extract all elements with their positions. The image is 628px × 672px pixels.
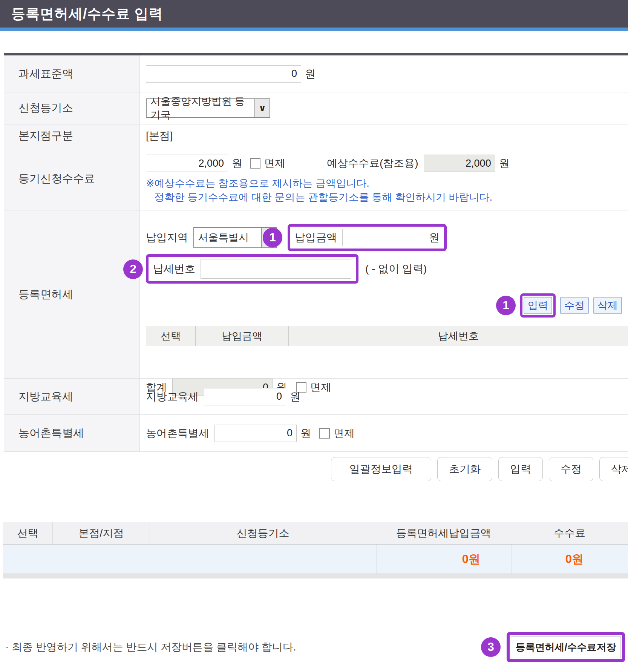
summary-col-branch: 본점/지점	[53, 522, 150, 544]
page-header: 등록면허세/수수료 입력	[0, 0, 628, 31]
step-badge-1: 1	[263, 228, 282, 247]
row-license-tax: 등록면허세 납입지역 서울특별시 ∨ 1 납입금액 원 2	[4, 210, 628, 379]
payment-region-label: 납입지역	[146, 230, 188, 245]
row-registry-office: 신청등기소 서울중앙지방법원 등기국 ∨	[4, 92, 628, 124]
summary-table: 선택 본점/지점 신청등기소 등록면허세납입금액 수수료 0원 0원	[3, 522, 628, 578]
farm-tax-input[interactable]: 0	[214, 425, 297, 442]
tax-number-highlight: 납세번호	[146, 254, 358, 284]
branch-type-label: 본지점구분	[4, 124, 140, 147]
input-button[interactable]: 입력	[498, 457, 543, 481]
save-button-highlight: 등록면허세/수수료저장	[507, 632, 625, 662]
license-tax-col-select: 선택	[146, 326, 196, 346]
tax-base-unit: 원	[305, 67, 316, 81]
registration-fee-unit: 원	[232, 156, 242, 170]
summary-cell-branch	[53, 545, 150, 574]
license-tax-input-button[interactable]: 입력	[524, 297, 552, 314]
save-reminder-note: · 최종 반영하기 위해서는 반드시 저장버튼을 클릭해야 합니다.	[5, 640, 296, 654]
estimated-fee-label: 예상수수료(참조용)	[327, 156, 418, 170]
farm-tax-field-label: 농어촌특별세	[146, 426, 209, 440]
summary-cell-fee: 0원	[565, 551, 584, 567]
payment-amount-label: 납입금액	[295, 230, 337, 245]
input-button-highlight: 입력	[520, 293, 556, 318]
tax-number-hint: ( - 없이 입력)	[365, 262, 427, 276]
row-tax-base: 과세표준액 0 원	[4, 55, 628, 92]
edu-tax-input[interactable]: 0	[204, 388, 286, 405]
chevron-down-icon[interactable]: ∨	[254, 99, 270, 117]
farm-tax-exempt-checkbox[interactable]	[319, 428, 330, 439]
farm-tax-unit: 원	[300, 426, 311, 440]
reset-button[interactable]: 초기화	[437, 457, 492, 481]
summary-col-fee: 수수료	[511, 522, 628, 544]
license-tax-delete-button[interactable]: 삭제	[593, 297, 622, 314]
row-registration-fee: 등기신청수수료 2,000 원 면제 예상수수료(참조용) 2,000 원 ※예…	[4, 147, 628, 210]
summary-cell-office	[150, 545, 376, 574]
action-button-bar: 일괄정보입력 초기화 입력 수정 삭제	[0, 457, 628, 481]
tax-number-label: 납세번호	[153, 262, 195, 276]
row-edu-tax: 지방교육세 지방교육세 0 원	[4, 379, 628, 415]
estimated-fee-unit: 원	[499, 156, 510, 170]
summary-col-office: 신청등기소	[150, 522, 376, 544]
summary-col-tax-amount: 등록면허세납입금액	[376, 522, 511, 544]
registry-office-label: 신청등기소	[4, 92, 140, 124]
payment-amount-highlight: 납입금액 원	[288, 224, 447, 251]
summary-table-header: 선택 본점/지점 신청등기소 등록면허세납입금액 수수료	[3, 522, 628, 545]
license-tax-col-amount: 납입금액	[195, 326, 289, 346]
payment-amount-unit: 원	[429, 230, 440, 245]
row-branch-type: 본지점구분 [본점]	[4, 124, 628, 147]
row-farm-tax: 농어촌특별세 농어촌특별세 0 원 면제	[4, 415, 628, 452]
table-bottom-strip	[3, 574, 628, 578]
fee-note-line1: ※예상수수료는 참조용으로 제시하는 금액입니다.	[146, 176, 628, 190]
estimated-fee-input: 2,000	[424, 155, 495, 172]
registry-office-select[interactable]: 서울중앙지방법원 등기국 ∨	[146, 98, 270, 118]
edu-tax-unit: 원	[290, 390, 300, 404]
summary-table-row[interactable]: 0원 0원	[3, 545, 628, 574]
delete-button[interactable]: 삭제	[599, 457, 628, 481]
fee-note-line2: 정확한 등기수수료에 대한 문의는 관할등기소를 통해 확인하시기 바랍니다.	[146, 190, 628, 204]
farm-tax-exempt-label: 면제	[334, 426, 355, 440]
page-title: 등록면허세/수수료 입력	[11, 5, 163, 23]
summary-cell-tax-amount: 0원	[462, 551, 480, 567]
edu-tax-field-label: 지방교육세	[146, 390, 199, 404]
license-tax-form: 과세표준액 0 원 신청등기소 서울중앙지방법원 등기국 ∨ 본지점구분 [본점…	[4, 53, 628, 452]
edit-button[interactable]: 수정	[549, 457, 593, 481]
license-tax-table-body	[146, 346, 628, 379]
registration-fee-exempt-checkbox[interactable]	[250, 158, 260, 169]
edu-tax-label: 지방교육세	[4, 379, 140, 414]
payment-region-selected: 서울특별시	[194, 228, 261, 247]
tax-base-label: 과세표준액	[4, 55, 140, 92]
license-tax-table: 선택 납입금액 납세번호	[146, 326, 628, 379]
step-badge-3: 3	[481, 637, 501, 657]
save-button[interactable]: 등록면허세/수수료저장	[511, 636, 621, 658]
summary-cell-select	[3, 545, 53, 574]
step-badge-2: 2	[123, 259, 143, 279]
registry-office-selected: 서울중앙지방법원 등기국	[147, 99, 254, 117]
license-tax-label: 등록면허세	[4, 210, 140, 378]
registration-fee-input[interactable]: 2,000	[146, 155, 228, 172]
branch-type-value: [본점]	[146, 129, 173, 143]
license-tax-col-taxno: 납세번호	[288, 326, 628, 346]
bulk-input-button[interactable]: 일괄정보입력	[331, 457, 431, 481]
farm-tax-label: 농어촌특별세	[4, 415, 140, 451]
tax-base-input[interactable]: 0	[146, 65, 301, 83]
step-badge-1: 1	[496, 296, 516, 315]
registration-fee-label: 등기신청수수료	[4, 147, 140, 210]
license-tax-edit-button[interactable]: 수정	[560, 297, 589, 314]
page-footer: · 최종 반영하기 위해서는 반드시 저장버튼을 클릭해야 합니다. 3 등록면…	[0, 632, 628, 662]
payment-amount-input[interactable]	[342, 229, 425, 246]
registration-fee-exempt-label: 면제	[264, 156, 285, 170]
summary-col-select: 선택	[3, 522, 53, 544]
tax-number-input[interactable]	[201, 259, 351, 279]
